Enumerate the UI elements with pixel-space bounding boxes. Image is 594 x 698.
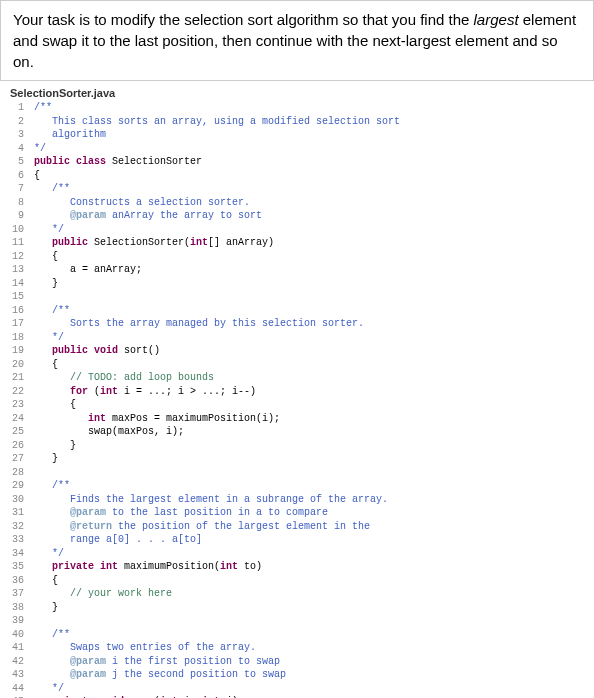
code-line[interactable]: 6{ <box>4 169 590 183</box>
line-content[interactable]: } <box>34 601 590 615</box>
line-content[interactable]: { <box>34 574 590 588</box>
line-content[interactable]: /** <box>34 182 590 196</box>
code-line[interactable]: 24 int maxPos = maximumPosition(i); <box>4 412 590 426</box>
code-line[interactable]: 31 @param to the last position in a to c… <box>4 506 590 520</box>
code-token: anArray the array to sort <box>106 210 262 221</box>
code-line[interactable]: 20 { <box>4 358 590 372</box>
code-line[interactable]: 23 { <box>4 398 590 412</box>
line-content[interactable]: @return the position of the largest elem… <box>34 520 590 534</box>
line-content[interactable]: private int maximumPosition(int to) <box>34 560 590 574</box>
line-content[interactable]: } <box>34 439 590 453</box>
code-line[interactable]: 16 /** <box>4 304 590 318</box>
line-content[interactable]: @param anArray the array to sort <box>34 209 590 223</box>
code-line[interactable]: 17 Sorts the array managed by this selec… <box>4 317 590 331</box>
line-content[interactable]: */ <box>34 331 590 345</box>
code-line[interactable]: 12 { <box>4 250 590 264</box>
code-line[interactable]: 19 public void sort() <box>4 344 590 358</box>
code-line[interactable]: 13 a = anArray; <box>4 263 590 277</box>
code-token: i = ...; i > ...; i--) <box>118 386 256 397</box>
line-content[interactable]: public class SelectionSorter <box>34 155 590 169</box>
code-line[interactable]: 4*/ <box>4 142 590 156</box>
line-content[interactable]: Swaps two entries of the array. <box>34 641 590 655</box>
line-content[interactable]: public void sort() <box>34 344 590 358</box>
code-line[interactable]: 5public class SelectionSorter <box>4 155 590 169</box>
line-content[interactable]: swap(maxPos, i); <box>34 425 590 439</box>
line-content[interactable]: */ <box>34 682 590 696</box>
code-line[interactable]: 35 private int maximumPosition(int to) <box>4 560 590 574</box>
code-token: sort() <box>118 345 160 356</box>
code-token: i the first position to swap <box>106 656 280 667</box>
line-content[interactable]: algorithm <box>34 128 590 142</box>
code-line[interactable]: 37 // your work here <box>4 587 590 601</box>
line-content[interactable]: range a[0] . . . a[to] <box>34 533 590 547</box>
code-line[interactable]: 7 /** <box>4 182 590 196</box>
code-line[interactable]: 38 } <box>4 601 590 615</box>
line-content[interactable]: /** <box>34 304 590 318</box>
line-number: 19 <box>4 344 34 358</box>
code-line[interactable]: 15 <box>4 290 590 304</box>
line-content[interactable]: */ <box>34 547 590 561</box>
line-content[interactable]: Constructs a selection sorter. <box>34 196 590 210</box>
code-line[interactable]: 29 /** <box>4 479 590 493</box>
line-content[interactable]: Finds the largest element in a subrange … <box>34 493 590 507</box>
code-line[interactable]: 1/** <box>4 101 590 115</box>
code-line[interactable]: 3 algorithm <box>4 128 590 142</box>
line-content[interactable]: // your work here <box>34 587 590 601</box>
line-content[interactable]: @param i the first position to swap <box>34 655 590 669</box>
line-content[interactable]: /** <box>34 101 590 115</box>
line-content[interactable]: int maxPos = maximumPosition(i); <box>34 412 590 426</box>
code-line[interactable]: 18 */ <box>4 331 590 345</box>
line-content[interactable] <box>34 614 590 628</box>
line-content[interactable]: // TODO: add loop bounds <box>34 371 590 385</box>
code-line[interactable]: 9 @param anArray the array to sort <box>4 209 590 223</box>
code-token: SelectionSorter <box>106 156 202 167</box>
code-line[interactable]: 21 // TODO: add loop bounds <box>4 371 590 385</box>
line-content[interactable]: */ <box>34 142 590 156</box>
code-line[interactable]: 11 public SelectionSorter(int[] anArray) <box>4 236 590 250</box>
code-line[interactable]: 34 */ <box>4 547 590 561</box>
line-content[interactable]: @param j the second position to swap <box>34 668 590 682</box>
code-line[interactable]: 44 */ <box>4 682 590 696</box>
code-line[interactable]: 28 <box>4 466 590 480</box>
line-content[interactable]: */ <box>34 223 590 237</box>
code-line[interactable]: 39 <box>4 614 590 628</box>
code-line[interactable]: 30 Finds the largest element in a subran… <box>4 493 590 507</box>
code-line[interactable]: 43 @param j the second position to swap <box>4 668 590 682</box>
code-line[interactable]: 2 This class sorts an array, using a mod… <box>4 115 590 129</box>
code-line[interactable]: 22 for (int i = ...; i > ...; i--) <box>4 385 590 399</box>
code-line[interactable]: 33 range a[0] . . . a[to] <box>4 533 590 547</box>
line-content[interactable]: for (int i = ...; i > ...; i--) <box>34 385 590 399</box>
code-line[interactable]: 36 { <box>4 574 590 588</box>
line-number: 3 <box>4 128 34 142</box>
line-content[interactable]: Sorts the array managed by this selectio… <box>34 317 590 331</box>
code-line[interactable]: 32 @return the position of the largest e… <box>4 520 590 534</box>
code-line[interactable]: 14 } <box>4 277 590 291</box>
line-content[interactable]: /** <box>34 628 590 642</box>
line-content[interactable] <box>34 290 590 304</box>
line-content[interactable]: { <box>34 169 590 183</box>
code-token: Swaps two entries of the array. <box>34 642 256 653</box>
line-content[interactable]: } <box>34 452 590 466</box>
code-line[interactable]: 25 swap(maxPos, i); <box>4 425 590 439</box>
line-content[interactable]: public SelectionSorter(int[] anArray) <box>34 236 590 250</box>
code-line[interactable]: 41 Swaps two entries of the array. <box>4 641 590 655</box>
line-content[interactable]: @param to the last position in a to comp… <box>34 506 590 520</box>
code-line[interactable]: 27 } <box>4 452 590 466</box>
line-content[interactable]: { <box>34 250 590 264</box>
line-content[interactable]: { <box>34 358 590 372</box>
code-line[interactable]: 40 /** <box>4 628 590 642</box>
code-line[interactable]: 8 Constructs a selection sorter. <box>4 196 590 210</box>
code-line[interactable]: 10 */ <box>4 223 590 237</box>
code-editor[interactable]: 1/**2 This class sorts an array, using a… <box>0 101 594 698</box>
code-line[interactable]: 42 @param i the first position to swap <box>4 655 590 669</box>
line-number: 34 <box>4 547 34 561</box>
line-content[interactable]: { <box>34 398 590 412</box>
line-content[interactable] <box>34 466 590 480</box>
line-content[interactable]: /** <box>34 479 590 493</box>
code-line[interactable]: 26 } <box>4 439 590 453</box>
line-content[interactable]: } <box>34 277 590 291</box>
code-token: swap(maxPos, i); <box>34 426 184 437</box>
line-content[interactable]: This class sorts an array, using a modif… <box>34 115 590 129</box>
line-content[interactable]: a = anArray; <box>34 263 590 277</box>
code-token: public <box>52 237 88 248</box>
